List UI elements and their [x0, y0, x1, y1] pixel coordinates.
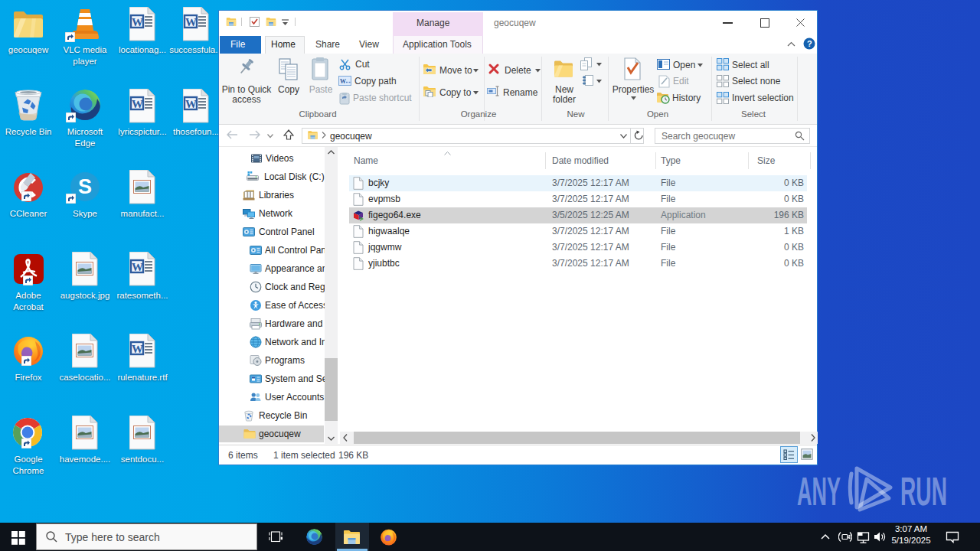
svg-text:W: W — [340, 78, 346, 85]
svg-text:RUN: RUN — [900, 470, 947, 514]
svg-text:ANY: ANY — [797, 470, 841, 514]
svg-text:?: ? — [807, 39, 812, 48]
